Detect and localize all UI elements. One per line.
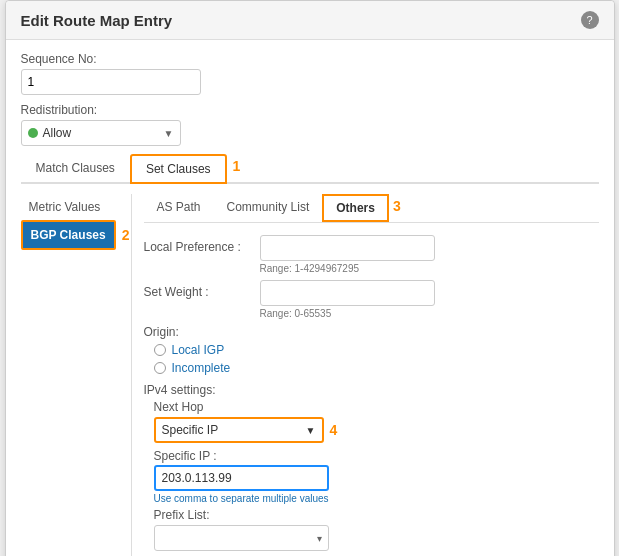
sequence-no-field: Sequence No:: [21, 52, 599, 95]
left-menu-metric-values[interactable]: Metric Values: [21, 194, 131, 220]
annotation-2: 2: [122, 227, 130, 243]
main-tabs: Match Clauses Set Clauses 1: [21, 154, 599, 184]
dialog-body: Sequence No: Redistribution: Allow ▼ Mat…: [6, 40, 614, 556]
redistribution-select[interactable]: Allow ▼: [21, 120, 181, 146]
specific-ip-label: Specific IP :: [154, 449, 599, 463]
dialog-header: Edit Route Map Entry ?: [6, 1, 614, 40]
origin-label: Origin:: [144, 325, 599, 339]
radio-incomplete: Incomplete: [154, 361, 599, 375]
dropdown-arrow-icon: ▼: [164, 128, 174, 139]
set-weight-label: Set Weight :: [144, 280, 254, 299]
local-preference-range: Range: 1-4294967295: [260, 263, 435, 274]
dialog-title: Edit Route Map Entry: [21, 12, 173, 29]
left-menu-bgp-clauses[interactable]: BGP Clauses: [21, 220, 116, 250]
specific-ip-section: Specific IP : Use comma to separate mult…: [154, 449, 599, 504]
local-preference-row: Local Preference : Range: 1-4294967295: [144, 235, 599, 274]
local-preference-group: Range: 1-4294967295: [260, 235, 435, 274]
annotation-1: 1: [233, 158, 241, 182]
sequence-no-label: Sequence No:: [21, 52, 599, 66]
prefix-list-section: Prefix List: ▾: [144, 508, 599, 551]
tab-match-clauses[interactable]: Match Clauses: [21, 154, 130, 184]
sequence-no-input[interactable]: [21, 69, 201, 95]
radio-local-igp-circle[interactable]: [154, 344, 166, 356]
left-panel: Metric Values BGP Clauses 2: [21, 194, 131, 556]
sub-tab-community-list[interactable]: Community List: [214, 194, 323, 222]
set-weight-range: Range: 0-65535: [260, 308, 435, 319]
local-preference-input[interactable]: [260, 235, 435, 261]
prefix-arrow-icon: ▾: [317, 533, 322, 544]
next-hop-label: Next Hop: [154, 400, 599, 414]
sub-tabs: AS Path Community List Others 3: [144, 194, 599, 223]
set-weight-row: Set Weight : Range: 0-65535: [144, 280, 599, 319]
help-icon[interactable]: ?: [581, 11, 599, 29]
annotation-4: 4: [330, 422, 338, 438]
radio-incomplete-circle[interactable]: [154, 362, 166, 374]
set-weight-group: Range: 0-65535: [260, 280, 435, 319]
allow-dot: [28, 128, 38, 138]
tab-set-clauses[interactable]: Set Clauses: [130, 154, 227, 184]
next-hop-selected: Specific IP: [162, 423, 306, 437]
sub-tab-as-path[interactable]: AS Path: [144, 194, 214, 222]
redistribution-label: Redistribution:: [21, 103, 599, 117]
radio-local-igp: Local IGP: [154, 343, 599, 357]
main-content: Metric Values BGP Clauses 2 AS Path Comm…: [21, 194, 599, 556]
radio-local-igp-label: Local IGP: [172, 343, 225, 357]
radio-incomplete-label: Incomplete: [172, 361, 231, 375]
next-hop-select[interactable]: Specific IP ▼: [154, 417, 324, 443]
set-weight-input[interactable]: [260, 280, 435, 306]
sub-tab-others[interactable]: Others: [322, 194, 389, 222]
local-preference-label: Local Preference :: [144, 235, 254, 254]
right-panel: AS Path Community List Others 3 Local Pr…: [131, 194, 599, 556]
prefix-list-label: Prefix List:: [154, 508, 599, 522]
annotation-3: 3: [393, 198, 401, 222]
specific-ip-input[interactable]: [154, 465, 329, 491]
form-section: Local Preference : Range: 1-4294967295 S…: [144, 235, 599, 556]
edit-route-map-dialog: Edit Route Map Entry ? Sequence No: Redi…: [5, 0, 615, 556]
origin-section: Origin: Local IGP Incomplete: [144, 325, 599, 375]
prefix-list-select[interactable]: ▾: [154, 525, 329, 551]
redistribution-value: Allow: [43, 126, 164, 140]
next-hop-arrow-icon: ▼: [306, 425, 316, 436]
ipv4-label: IPv4 settings:: [144, 383, 599, 397]
ipv4-section: IPv4 settings: Next Hop Specific IP ▼ 4 …: [144, 383, 599, 556]
redistribution-field: Redistribution: Allow ▼: [21, 103, 599, 146]
comma-hint: Use comma to separate multiple values: [154, 493, 599, 504]
